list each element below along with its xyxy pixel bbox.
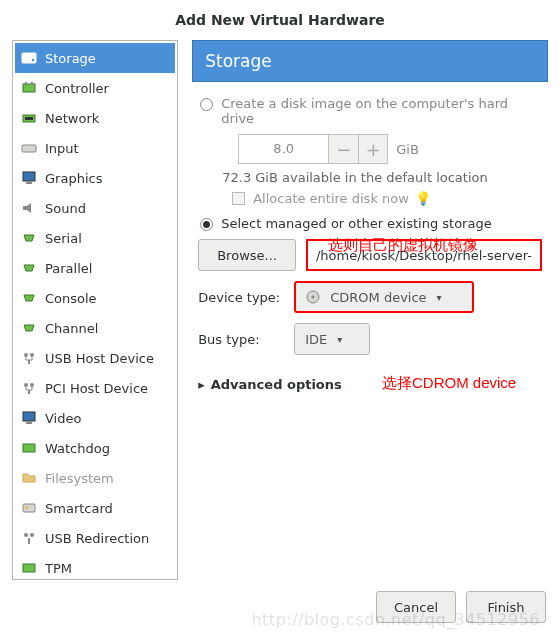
svg-rect-8 (23, 172, 35, 181)
sidebar-item-label: Watchdog (45, 441, 110, 456)
available-space-text: 72.3 GiB available in the default locati… (222, 170, 542, 185)
svg-rect-4 (31, 82, 33, 85)
storage-path-field[interactable]: /home/kiosk/Desktop/rhel-server- (306, 239, 542, 271)
device-type-value: CDROM device (330, 290, 426, 305)
radio-create-disk[interactable] (200, 98, 213, 111)
hint-bulb-icon: 💡 (415, 191, 431, 206)
sidebar-item-watchdog[interactable]: Watchdog (15, 433, 175, 463)
sidebar-item-serial[interactable]: Serial (15, 223, 175, 253)
svg-rect-0 (22, 53, 36, 63)
sidebar-item-label: Video (45, 411, 81, 426)
sidebar-item-label: Smartcard (45, 501, 113, 516)
input-icon (21, 140, 37, 156)
svg-point-22 (24, 533, 28, 537)
svg-rect-9 (26, 182, 32, 184)
sidebar-item-label: Filesystem (45, 471, 114, 486)
sidebar-item-usb-host[interactable]: USB Host Device (15, 343, 175, 373)
bus-type-value: IDE (305, 332, 327, 347)
bus-type-label: Bus type: (198, 332, 294, 347)
sidebar-item-label: Controller (45, 81, 109, 96)
sidebar-item-channel[interactable]: Channel (15, 313, 175, 343)
sidebar-item-label: PCI Host Device (45, 381, 148, 396)
bus-type-dropdown[interactable]: IDE ▾ (294, 323, 370, 355)
svg-rect-20 (23, 504, 35, 512)
sidebar-item-smartcard[interactable]: Smartcard (15, 493, 175, 523)
serial-icon (21, 230, 37, 246)
sidebar-item-label: Console (45, 291, 97, 306)
sidebar-item-console[interactable]: Console (15, 283, 175, 313)
watchdog-icon (21, 440, 37, 456)
svg-rect-7 (22, 145, 36, 152)
sidebar-item-label: USB Host Device (45, 351, 154, 366)
finish-button[interactable]: Finish (466, 591, 546, 623)
graphics-icon (21, 170, 37, 186)
sidebar-item-tpm[interactable]: TPM (15, 553, 175, 580)
network-icon (21, 110, 37, 126)
sidebar-item-sound[interactable]: Sound (15, 193, 175, 223)
disk-size-field[interactable]: 8.0 (238, 134, 328, 164)
sidebar-item-label: Sound (45, 201, 86, 216)
advanced-options-label: Advanced options (211, 377, 342, 392)
svg-point-15 (30, 383, 34, 387)
sidebar-item-label: Network (45, 111, 99, 126)
sidebar-item-video[interactable]: Video (15, 403, 175, 433)
svg-point-33 (312, 296, 315, 299)
svg-rect-3 (25, 82, 27, 85)
sidebar-item-controller[interactable]: Controller (15, 73, 175, 103)
usb-host-icon (21, 350, 37, 366)
create-disk-label: Create a disk image on the computer's ha… (221, 96, 542, 126)
sidebar-item-parallel[interactable]: Parallel (15, 253, 175, 283)
device-type-dropdown[interactable]: CDROM device ▾ (294, 281, 474, 313)
svg-point-12 (30, 353, 34, 357)
sidebar-item-label: Parallel (45, 261, 92, 276)
advanced-options-expander[interactable]: ▸ Advanced options (198, 377, 542, 392)
chevron-down-icon: ▾ (437, 292, 442, 303)
controller-icon (21, 80, 37, 96)
sidebar-item-label: TPM (45, 561, 72, 576)
svg-rect-16 (28, 390, 30, 394)
svg-rect-2 (23, 84, 35, 92)
video-icon (21, 410, 37, 426)
sidebar-item-pci-host[interactable]: PCI Host Device (15, 373, 175, 403)
sidebar-item-graphics[interactable]: Graphics (15, 163, 175, 193)
cancel-button[interactable]: Cancel (376, 591, 456, 623)
sidebar-item-label: Channel (45, 321, 98, 336)
cdrom-icon (306, 290, 320, 304)
size-decrement-button[interactable]: − (328, 134, 358, 164)
usb-redir-icon (21, 530, 37, 546)
radio-select-storage[interactable] (200, 218, 213, 231)
sidebar-item-label: Graphics (45, 171, 102, 186)
device-type-label: Device type: (198, 290, 294, 305)
folder-icon (21, 470, 37, 486)
window-title: Add New Virtual Hardware (0, 0, 560, 40)
select-storage-label: Select managed or other existing storage (221, 216, 491, 231)
sidebar-item-label: USB Redirection (45, 531, 149, 546)
sidebar-item-network[interactable]: Network (15, 103, 175, 133)
svg-rect-13 (28, 360, 30, 364)
hardware-sidebar: Storage Controller Network Input Graphic… (12, 40, 178, 580)
svg-rect-6 (25, 117, 33, 120)
disk-icon (21, 50, 37, 66)
sidebar-item-storage[interactable]: Storage (15, 43, 175, 73)
sidebar-item-filesystem[interactable]: Filesystem (15, 463, 175, 493)
svg-point-1 (32, 59, 35, 62)
tpm-icon (21, 560, 37, 576)
svg-rect-19 (23, 444, 35, 452)
parallel-icon (21, 260, 37, 276)
svg-rect-25 (23, 564, 35, 572)
svg-point-23 (30, 533, 34, 537)
size-increment-button[interactable]: + (358, 134, 388, 164)
browse-button[interactable]: Browse... (198, 239, 296, 271)
svg-rect-18 (26, 422, 32, 424)
sidebar-item-input[interactable]: Input (15, 133, 175, 163)
sidebar-item-label: Serial (45, 231, 82, 246)
sidebar-item-usb-redir[interactable]: USB Redirection (15, 523, 175, 553)
pane-heading: Storage (192, 40, 548, 82)
sidebar-item-label: Storage (45, 51, 96, 66)
allocate-label: Allocate entire disk now (253, 191, 409, 206)
allocate-checkbox[interactable] (232, 192, 245, 205)
svg-rect-21 (25, 506, 28, 509)
chevron-down-icon: ▾ (337, 334, 342, 345)
console-icon (21, 290, 37, 306)
sound-icon (21, 200, 37, 216)
